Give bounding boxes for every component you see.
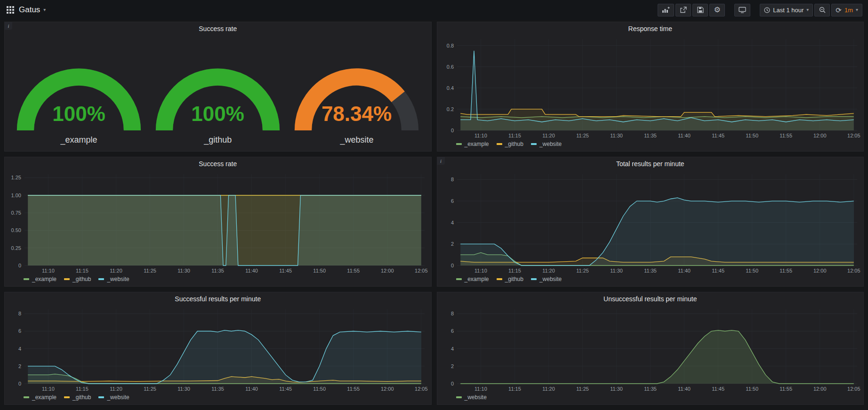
svg-text:6: 6 [450,198,453,204]
chart-response-time[interactable]: 11:1011:1511:2011:2511:3011:3511:4011:45… [437,35,864,140]
chart-total-results[interactable]: 11:1011:1511:2011:2511:3011:3511:4011:45… [437,170,864,275]
chart-unsuccessful-results[interactable]: 11:1011:1511:2011:2511:3011:3511:4011:45… [437,305,864,393]
chart-canvas[interactable]: 11:1011:1511:2011:2511:3011:3511:4011:45… [437,170,864,275]
time-range-button[interactable]: Last 1 hour ▾ [760,4,813,16]
svg-text:0: 0 [18,381,21,386]
gauge-label: _github [148,135,287,149]
svg-text:11:15: 11:15 [508,268,521,273]
svg-text:11:55: 11:55 [780,133,792,138]
legend-item[interactable]: _website [531,141,562,147]
dashboard-menu-button[interactable] [7,4,14,16]
svg-text:0.25: 0.25 [11,245,21,251]
refresh-button[interactable]: ⟳ 1m ▾ [831,4,862,16]
caret-down-icon: ▾ [43,8,46,12]
svg-text:11:50: 11:50 [313,386,326,392]
panel-unsuccessful-results: Unsuccessful results per minute 11:1011:… [437,292,864,405]
legend-chip [98,396,104,398]
settings-button[interactable]: ⚙ [709,4,725,16]
svg-text:2: 2 [450,363,453,369]
dashboard-title[interactable]: Gatus ▾ [19,5,46,15]
svg-text:12:05: 12:05 [415,386,428,392]
legend-chip [98,278,104,280]
svg-text:11:40: 11:40 [678,386,691,392]
legend-item[interactable]: _example [456,276,489,282]
legend-item[interactable]: _github [64,276,91,282]
monitor-icon [739,7,746,13]
legend-item[interactable]: _github [64,394,91,401]
chart-canvas[interactable]: 11:1011:1511:2011:2511:3011:3511:4011:45… [437,305,864,393]
svg-text:11:25: 11:25 [576,133,589,138]
svg-text:11:50: 11:50 [746,386,758,392]
legend-item[interactable]: _github [497,276,523,282]
gauge-canvas: 100% [9,35,148,135]
svg-text:12:00: 12:00 [381,386,394,392]
legend-item[interactable]: _example [24,276,56,282]
legend-label: _website [107,394,129,401]
panel-info-icon[interactable]: i [5,22,12,30]
svg-text:6: 6 [450,328,453,334]
chart-canvas[interactable]: 11:1011:1511:2011:2511:3011:3511:4011:45… [5,305,431,393]
panel-info-icon[interactable]: i [437,157,445,165]
save-button[interactable] [692,4,708,16]
chart-canvas[interactable]: 11:1011:1511:2011:2511:3011:3511:4011:45… [5,170,431,275]
legend-label: _example [465,141,489,147]
legend-chip [24,396,29,398]
svg-text:11:15: 11:15 [76,386,88,392]
legend-label: _example [465,276,489,282]
svg-text:2: 2 [18,363,21,369]
chart-successful-results[interactable]: 11:1011:1511:2011:2511:3011:3511:4011:45… [5,305,431,393]
svg-text:11:45: 11:45 [712,133,724,138]
caret-down-icon: ▾ [806,8,809,12]
chart-legend: _example_github_website [437,275,864,286]
svg-text:12:00: 12:00 [813,268,826,273]
save-icon [697,7,704,13]
svg-text:11:20: 11:20 [542,133,555,138]
legend-item[interactable]: _github [497,141,523,147]
svg-text:0.50: 0.50 [11,227,21,233]
zoom-out-button[interactable] [814,4,830,16]
panel-title[interactable]: Successful results per minute [5,292,431,305]
svg-text:6: 6 [18,328,21,334]
svg-text:11:15: 11:15 [508,386,521,392]
svg-text:11:30: 11:30 [610,133,623,138]
svg-text:12:05: 12:05 [847,133,860,138]
gauge-arc: 78.34% [287,35,426,135]
refresh-icon: ⟳ [836,7,842,14]
panel-title[interactable]: Response time [437,22,864,35]
legend-item[interactable]: _website [531,276,562,282]
legend-chip [497,278,502,280]
gauge-label: _example [9,135,148,149]
svg-text:11:25: 11:25 [144,268,156,273]
svg-text:0: 0 [450,263,453,268]
share-button[interactable] [675,4,691,16]
legend-label: _github [72,394,91,401]
panel-title[interactable]: Unsuccessful results per minute [437,292,864,305]
gauge-label: _website [287,135,426,149]
panel-title[interactable]: Success rate [5,157,431,170]
legend-item[interactable]: _example [456,141,489,147]
gauges-row: 100% _example 100% _github 78.34% _websi… [5,35,431,151]
panel-title[interactable]: Success rate [5,22,431,35]
svg-text:11:15: 11:15 [76,268,88,273]
chart-legend: _example_github_website [5,393,431,404]
gauge-canvas: 100% [148,35,287,135]
legend-item[interactable]: _website [456,394,487,401]
svg-text:2: 2 [450,241,453,247]
gear-icon: ⚙ [714,6,721,14]
add-panel-button[interactable] [658,4,674,16]
svg-text:12:00: 12:00 [381,268,394,273]
chart-canvas[interactable]: 11:1011:1511:2011:2511:3011:3511:4011:45… [437,35,864,140]
panel-title[interactable]: Total results per minute [437,157,864,170]
svg-text:11:40: 11:40 [678,268,691,273]
chart-legend: _example_github_website [5,275,431,286]
svg-text:12:00: 12:00 [813,133,826,138]
chart-success-rate[interactable]: 11:1011:1511:2011:2511:3011:3511:4011:45… [5,170,431,275]
svg-text:11:35: 11:35 [211,386,224,392]
panel-total-results: i Total results per minute 11:1011:1511:… [437,157,864,287]
gauge-example: 100% _example [9,35,148,149]
legend-item[interactable]: _example [24,394,56,401]
tv-mode-button[interactable] [734,4,750,16]
svg-text:11:50: 11:50 [746,268,758,273]
legend-item[interactable]: _website [98,394,129,401]
legend-item[interactable]: _website [98,276,129,282]
